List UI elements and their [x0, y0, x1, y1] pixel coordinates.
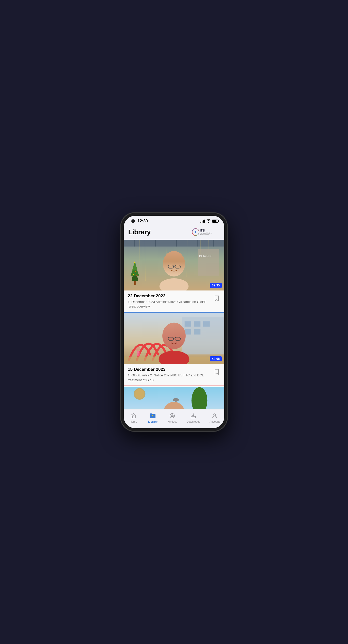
- video-card-3[interactable]: [124, 387, 224, 409]
- logo-container: ITB International Tax Bytes by Steve Tow…: [192, 227, 220, 237]
- svg-point-58: [173, 398, 179, 401]
- video-desc-1: 1. December 2023 Administrative Guidance…: [128, 300, 210, 309]
- battery-icon: [212, 220, 218, 223]
- video-text-2: 15 December 2023 1. GloBE rules 2. Notic…: [128, 367, 210, 382]
- signal-icon: [200, 220, 205, 223]
- svg-rect-40: [194, 321, 200, 327]
- svg-text:by Steve Towers: by Steve Towers: [200, 234, 209, 235]
- svg-rect-41: [203, 321, 210, 327]
- svg-point-50: [136, 347, 140, 352]
- svg-point-30: [163, 251, 185, 277]
- camera-dot: [131, 219, 135, 223]
- wifi-icon: [207, 219, 211, 223]
- account-icon: [211, 412, 218, 419]
- svg-rect-51: [137, 351, 139, 356]
- phone-screen: 12:30: [124, 216, 224, 428]
- phone-frame: 12:30: [121, 213, 227, 431]
- video-info-1: 22 December 2023 1. December 2023 Admini…: [124, 290, 224, 312]
- nav-item-mylist[interactable]: My List: [165, 411, 180, 424]
- duration-badge-2: 44:08: [210, 356, 222, 361]
- svg-text:BURGER: BURGER: [199, 255, 212, 258]
- status-icons: [200, 219, 218, 223]
- nav-label-home: Home: [130, 420, 137, 423]
- itb-logo: ITB International Tax Bytes by Steve Tow…: [192, 227, 220, 237]
- video-text-1: 22 December 2023 1. December 2023 Admini…: [128, 294, 210, 309]
- svg-point-26: [132, 269, 133, 270]
- video-thumbnail-2[interactable]: 44:08: [124, 313, 224, 364]
- svg-point-70: [214, 414, 216, 416]
- video-card-1[interactable]: BURGER 32:35 22 December 2023 1. Decembe…: [124, 240, 224, 313]
- svg-rect-69: [191, 416, 196, 418]
- video-info-2: 15 December 2023 1. GloBE rules 2. Notic…: [124, 364, 224, 385]
- svg-point-28: [133, 274, 134, 275]
- svg-rect-8: [124, 240, 224, 247]
- nav-label-downloads: Downloads: [186, 420, 200, 423]
- bookmark-button-2[interactable]: [213, 367, 220, 376]
- nav-item-account[interactable]: Account: [207, 411, 222, 424]
- video-date-2: 15 December 2023: [128, 367, 210, 372]
- svg-point-56: [135, 389, 145, 399]
- svg-point-27: [135, 271, 136, 272]
- nav-label-account: Account: [210, 420, 220, 423]
- svg-rect-42: [185, 329, 191, 335]
- status-bar: 12:30: [124, 216, 224, 225]
- svg-rect-35: [198, 249, 219, 275]
- video-thumbnail-3[interactable]: [124, 387, 224, 409]
- status-time: 12:30: [137, 219, 148, 223]
- bookmark-button-1[interactable]: [213, 294, 220, 303]
- nav-item-downloads[interactable]: Downloads: [184, 411, 203, 424]
- svg-rect-24: [134, 281, 136, 285]
- svg-text:International Tax Bytes: International Tax Bytes: [200, 233, 212, 234]
- duration-badge-1: 32:35: [210, 283, 222, 288]
- accent-bar-1: [124, 312, 224, 313]
- nav-label-mylist: My List: [168, 420, 177, 423]
- svg-point-45: [162, 323, 186, 349]
- nav-item-home[interactable]: Home: [126, 411, 141, 424]
- page-title: Library: [128, 228, 151, 236]
- video-date-1: 22 December 2023: [128, 294, 210, 299]
- mylist-icon: [169, 412, 176, 419]
- content-area[interactable]: BURGER 32:35 22 December 2023 1. Decembe…: [124, 240, 224, 409]
- accent-bar-2: [124, 386, 224, 386]
- app-header: Library: [124, 225, 224, 240]
- home-icon: [130, 412, 137, 419]
- svg-text:ITB: ITB: [200, 229, 205, 232]
- downloads-icon: [190, 412, 197, 419]
- video-desc-2: 1. GloBE rules 2. Notice 2023-80: US FTC…: [128, 373, 210, 382]
- library-icon: [149, 412, 156, 419]
- nav-item-library[interactable]: Library: [145, 411, 160, 424]
- video-thumbnail-1[interactable]: BURGER 32:35: [124, 240, 224, 290]
- svg-marker-3: [195, 231, 197, 233]
- svg-rect-39: [185, 321, 191, 327]
- video-card-2[interactable]: 44:08 15 December 2023 1. GloBE rules 2.…: [124, 313, 224, 386]
- bottom-navigation: Home Library: [124, 409, 224, 428]
- svg-rect-43: [194, 329, 200, 335]
- nav-label-library: Library: [148, 420, 157, 423]
- svg-point-29: [136, 275, 137, 276]
